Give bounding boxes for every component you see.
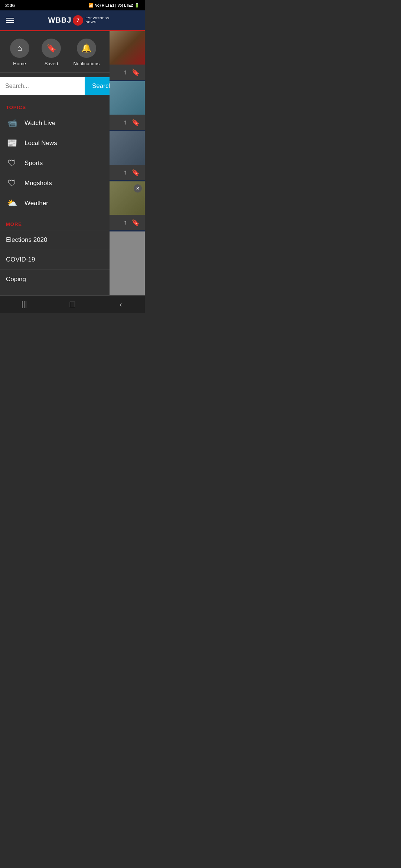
- more-item-watch-live[interactable]: Watch Live: [0, 289, 110, 295]
- logo-subtitle: EYEWITNESS NEWS: [85, 17, 109, 24]
- notifications-label: Notifications: [73, 61, 100, 66]
- nav-icons-row: ⌂ Home 🔖 Saved 🔔 Notifications: [0, 31, 110, 73]
- logo-circle: 7: [73, 15, 83, 26]
- bottom-nav-recent-apps[interactable]: |||: [13, 296, 35, 313]
- nav-notifications[interactable]: 🔔 Notifications: [73, 39, 100, 66]
- search-input[interactable]: [0, 77, 85, 95]
- content-actions-3: ↑ 🔖: [110, 165, 145, 180]
- time: 2:06: [5, 3, 15, 8]
- logo: WBBJ 7 EYEWITNESS NEWS: [19, 15, 139, 26]
- content-card-4: ✕ ↑ 🔖: [110, 181, 145, 231]
- local-news-label: Local News: [25, 139, 57, 147]
- menu-item-watch-live[interactable]: 📹 Watch Live: [0, 113, 110, 133]
- share-icon-3[interactable]: ↑: [124, 168, 127, 177]
- search-bar: Search: [0, 77, 110, 95]
- menu-item-sports[interactable]: 🛡 Sports: [0, 153, 110, 173]
- more-item-coping[interactable]: Coping: [0, 269, 110, 289]
- bottom-nav-home[interactable]: ☐: [61, 296, 84, 313]
- content-card-1: ↑ 🔖: [110, 31, 145, 81]
- saved-icon: 🔖: [42, 39, 61, 58]
- main-container: ⌂ Home 🔖 Saved 🔔 Notifications Search TO…: [0, 31, 145, 295]
- home-icon: ⌂: [10, 39, 29, 58]
- logo-wbbj: WBBJ: [48, 16, 72, 24]
- more-item-covid-19[interactable]: COVID-19: [0, 250, 110, 269]
- sports-icon: 🛡: [6, 158, 18, 168]
- nav-home[interactable]: ⌂ Home: [10, 39, 29, 66]
- navigation-drawer: ⌂ Home 🔖 Saved 🔔 Notifications Search TO…: [0, 31, 110, 295]
- share-icon-1[interactable]: ↑: [124, 68, 127, 76]
- bookmark-icon-3[interactable]: 🔖: [131, 168, 140, 177]
- home-label: Home: [13, 61, 26, 66]
- local-news-icon: 📰: [6, 138, 18, 148]
- mugshots-icon: 🛡: [6, 178, 18, 188]
- menu-item-mugshots[interactable]: 🛡 Mugshots: [0, 173, 110, 193]
- bookmark-icon-1[interactable]: 🔖: [131, 68, 140, 76]
- share-icon-4[interactable]: ↑: [124, 218, 127, 227]
- watch-live-icon: 📹: [6, 118, 18, 128]
- content-actions-4: ↑ 🔖: [110, 215, 145, 230]
- search-button[interactable]: Search: [85, 77, 110, 95]
- menu-item-local-news[interactable]: 📰 Local News: [0, 133, 110, 153]
- content-actions-2: ↑ 🔖: [110, 115, 145, 130]
- share-icon-2[interactable]: ↑: [124, 118, 127, 126]
- content-image-2: [110, 81, 145, 115]
- bottom-nav: ||| ☐ ‹: [0, 295, 145, 313]
- menu-item-weather[interactable]: ⛅ Weather: [0, 193, 110, 213]
- content-actions-1: ↑ 🔖: [110, 65, 145, 80]
- menu-button[interactable]: [6, 18, 14, 23]
- bookmark-icon-2[interactable]: 🔖: [131, 118, 140, 126]
- saved-label: Saved: [45, 61, 58, 66]
- watch-live-label: Watch Live: [25, 119, 55, 127]
- notifications-icon: 🔔: [77, 39, 96, 58]
- close-ad-button[interactable]: ✕: [134, 184, 142, 193]
- sports-label: Sports: [25, 160, 43, 167]
- bottom-nav-back[interactable]: ‹: [110, 296, 132, 313]
- content-area: ↑ 🔖 ↑ 🔖 ↑ 🔖 ✕ ↑ 🔖: [110, 31, 145, 295]
- status-indicators: 📶 Vo) R LTE1 | Vo) LTE2 🔋: [88, 3, 140, 8]
- more-item-elections-2020[interactable]: Elections 2020: [0, 230, 110, 250]
- bookmark-icon-4[interactable]: 🔖: [131, 218, 140, 227]
- status-bar: 2:06 📶 Vo) R LTE1 | Vo) LTE2 🔋: [0, 0, 145, 10]
- content-image-3: [110, 131, 145, 165]
- more-section-label: MORE: [0, 216, 110, 230]
- topics-section-label: TOPICS: [0, 99, 110, 113]
- app-header: WBBJ 7 EYEWITNESS NEWS: [0, 10, 145, 31]
- content-card-2: ↑ 🔖: [110, 81, 145, 131]
- content-card-3: ↑ 🔖: [110, 131, 145, 181]
- nav-saved[interactable]: 🔖 Saved: [42, 39, 61, 66]
- weather-label: Weather: [25, 200, 48, 207]
- content-image-1: [110, 31, 145, 65]
- mugshots-label: Mugshots: [25, 180, 52, 187]
- weather-icon: ⛅: [6, 198, 18, 208]
